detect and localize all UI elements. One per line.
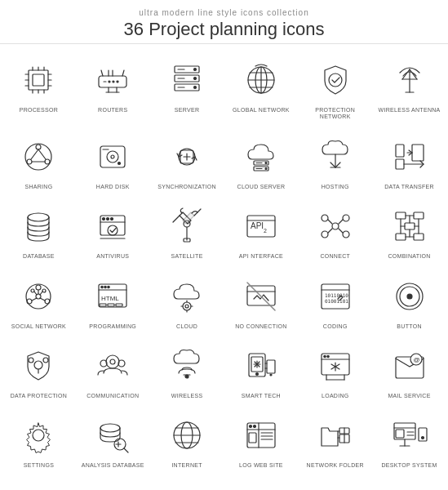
- icon-item-synchronization: SYNCHRONIZATION: [152, 127, 223, 194]
- antivirus-icon: [88, 202, 137, 251]
- no-connection-icon: [237, 272, 286, 321]
- svg-line-85: [173, 216, 180, 222]
- svg-rect-163: [267, 360, 275, 373]
- svg-text:@: @: [413, 356, 419, 363]
- title: 36 Project planning icons: [0, 19, 448, 40]
- satellite-label: SATELLITE: [171, 253, 203, 260]
- svg-point-122: [42, 289, 46, 292]
- svg-point-50: [27, 159, 32, 164]
- svg-line-52: [31, 149, 38, 159]
- cloud-label: CLOUD: [176, 323, 197, 330]
- icon-item-data-transfer: DATA TRANSFER: [374, 127, 445, 194]
- combination-icon: [385, 202, 434, 251]
- antivirus-label: ANTIVIRUS: [96, 253, 129, 260]
- synchronization-label: SYNCHRONIZATION: [157, 184, 216, 190]
- svg-rect-214: [396, 430, 404, 438]
- loading-label: LOADING: [322, 393, 349, 399]
- svg-point-129: [108, 286, 109, 287]
- svg-rect-101: [414, 212, 424, 219]
- svg-point-93: [343, 215, 349, 221]
- wireless-antenna-icon: [385, 56, 434, 105]
- svg-text:10110010: 10110010: [325, 292, 348, 298]
- svg-line-187: [124, 448, 128, 452]
- internet-label: INTERNET: [171, 462, 202, 469]
- connect-icon: [311, 202, 360, 251]
- svg-point-198: [249, 425, 251, 428]
- icon-item-social-network: SOCIAL NETWORK: [3, 267, 74, 333]
- cloud-server-label: CLOUD SERVER: [237, 184, 286, 190]
- icon-item-analysis-database: ANALYSIS DATABASE: [78, 406, 149, 472]
- svg-point-79: [111, 218, 113, 220]
- svg-point-78: [107, 218, 109, 220]
- svg-point-94: [322, 231, 328, 238]
- svg-point-64: [265, 162, 267, 163]
- subtitle: ultra modern line style icons collection: [0, 8, 448, 17]
- svg-rect-203: [249, 433, 256, 443]
- mail-service-label: MAIL SERVICE: [388, 393, 430, 399]
- data-protection-icon: [14, 341, 63, 390]
- svg-point-185: [100, 424, 120, 432]
- svg-rect-131: [100, 304, 106, 306]
- svg-point-91: [332, 223, 339, 229]
- svg-point-199: [253, 425, 255, 428]
- svg-line-99: [339, 229, 343, 233]
- routers-icon: [88, 56, 137, 105]
- svg-rect-1: [33, 74, 44, 86]
- svg-rect-209: [394, 423, 415, 439]
- svg-point-29: [194, 69, 197, 71]
- svg-line-46: [410, 69, 417, 79]
- icon-item-combination: COMBINATION: [374, 197, 445, 263]
- svg-text:01001101: 01001101: [325, 298, 348, 304]
- connect-label: CONNECT: [320, 253, 350, 260]
- wireless-icon: [162, 341, 211, 390]
- routers-label: ROUTERS: [98, 107, 127, 114]
- svg-point-173: [324, 355, 326, 357]
- social-network-icon: [14, 272, 63, 321]
- svg-rect-132: [108, 304, 114, 306]
- data-protection-label: DATA PROTECTION: [11, 393, 68, 399]
- icon-item-api-interface: API 2 API NTERFACE: [226, 197, 297, 263]
- svg-point-149: [407, 294, 412, 299]
- log-web-site-label: LOG WEB SITE: [239, 462, 283, 469]
- svg-rect-133: [116, 304, 122, 306]
- icon-item-smart-tech: SMART TECH: [226, 336, 297, 403]
- svg-point-166: [270, 374, 272, 376]
- analysis-database-icon: [88, 411, 137, 460]
- svg-line-45: [402, 69, 410, 79]
- icon-item-data-protection: DATA PROTECTION: [3, 336, 74, 403]
- svg-point-95: [343, 231, 349, 238]
- svg-rect-70: [396, 145, 404, 157]
- smart-tech-icon: [237, 341, 286, 390]
- icon-item-database: DATABASE: [3, 197, 74, 263]
- database-icon: [14, 202, 63, 251]
- svg-rect-69: [412, 145, 424, 161]
- svg-line-96: [328, 220, 332, 224]
- button-icon: [385, 272, 434, 321]
- api-interface-icon: API 2: [237, 202, 286, 251]
- svg-point-16: [109, 81, 110, 82]
- svg-rect-102: [396, 234, 406, 240]
- icon-item-loading: LOADING: [299, 336, 370, 403]
- settings-label: SETTINGS: [24, 462, 54, 469]
- icon-item-satellite: SATELLITE: [152, 197, 223, 263]
- icon-item-protection-network: PROTECTION NETWORK: [299, 51, 370, 124]
- header: ultra modern line style icons collection…: [0, 0, 448, 44]
- hard-disk-icon: [88, 132, 137, 181]
- icon-item-antivirus: ANTIVIRUS: [78, 197, 149, 263]
- svg-point-18: [117, 81, 118, 82]
- sharing-icon: [14, 132, 63, 181]
- cloud-icon: [162, 272, 211, 321]
- svg-point-80: [108, 225, 118, 235]
- svg-point-135: [185, 305, 189, 308]
- protection-network-label: PROTECTION NETWORK: [301, 107, 369, 121]
- svg-line-19: [101, 70, 103, 76]
- icon-item-sharing: SHARING: [3, 127, 74, 194]
- svg-point-113: [26, 284, 51, 309]
- cloud-server-icon: [237, 132, 286, 181]
- hard-disk-label: HARD DISK: [96, 184, 130, 190]
- svg-point-114: [36, 285, 41, 290]
- svg-point-152: [29, 358, 33, 363]
- svg-point-57: [118, 162, 121, 164]
- coding-icon: 10110010 01001101: [311, 272, 360, 321]
- icon-item-global-network: GLOBAL NETWORK: [226, 51, 297, 124]
